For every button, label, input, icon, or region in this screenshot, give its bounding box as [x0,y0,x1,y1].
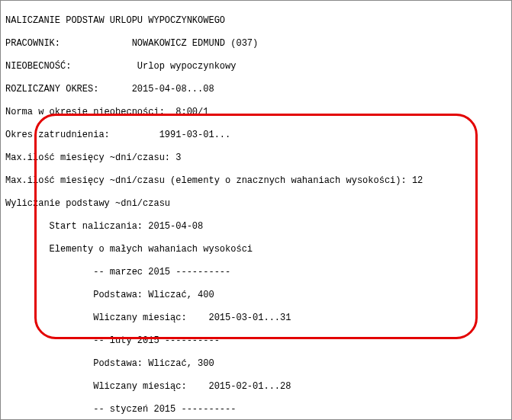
period-line: ROZLICZANY OKRES: 2015-04-08...08 [5,84,508,95]
max-months2-line: Max.ilość miesięcy ~dni/czasu (elementy … [5,175,508,187]
title: NALICZANIE PODSTAW URLOPU WYPOCZYNKOWEGO [5,15,508,27]
employee-line: PRACOWNIK: NOWAKOWICZ EDMUND (037) [5,38,508,50]
styczen-div: -- styczeń 2015 ---------- [5,404,508,415]
marzec-base: Podstawa: Wliczać, 400 [5,290,508,301]
luty-div: -- luty 2015 ---------- [5,335,508,347]
emp-period-line: Okres zatrudnienia: 1991-03-01... [5,130,508,141]
section1-title: Wyliczanie podstawy ~dni/czasu [5,198,508,210]
report-screen: NALICZANIE PODSTAW URLOPU WYPOCZYNKOWEGO… [0,0,512,420]
luty-base: Podstawa: Wliczać, 300 [5,358,508,370]
start-line: Start naliczania: 2015-04-08 [5,221,508,232]
luty-range: Wliczany miesiąc: 2015-02-01...28 [5,381,508,393]
norm-line: Norma w okresie nieobecności: 8:00/1 [5,107,508,118]
small-var-title: Elementy o małych wahaniach wysokości [5,244,508,255]
marzec-div: -- marzec 2015 ---------- [5,267,508,278]
marzec-range: Wliczany miesiąc: 2015-03-01...31 [5,313,508,324]
absence-line: NIEOBECNOŚĆ: Urlop wypoczynkowy [5,61,508,72]
max-months-line: Max.ilość miesięcy ~dni/czasu: 3 [5,152,508,164]
